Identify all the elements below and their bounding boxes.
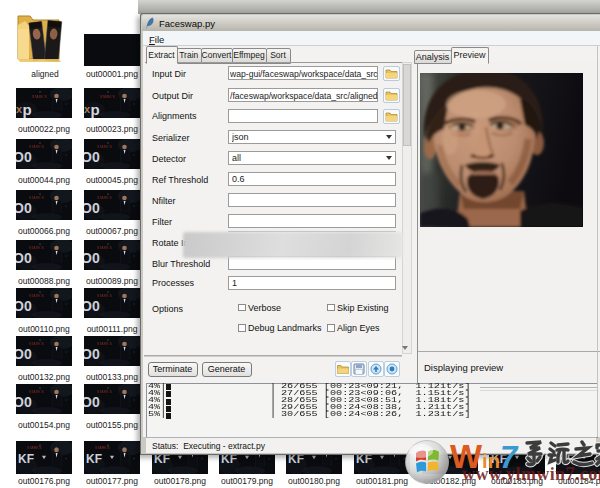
- svg-text:O0: O0: [84, 346, 100, 362]
- svg-text:STARK'S: STARK'S: [100, 95, 115, 99]
- svg-text:O0: O0: [16, 200, 32, 216]
- svg-text:O0: O0: [84, 149, 100, 165]
- svg-text:O0: O0: [16, 149, 32, 165]
- svg-text:STARK'S: STARK'S: [95, 446, 110, 450]
- svg-text:STARK'S: STARK'S: [32, 95, 47, 99]
- svg-text:O0: O0: [16, 394, 32, 410]
- svg-text:p: p: [91, 101, 100, 118]
- svg-text:O0: O0: [16, 298, 32, 314]
- svg-text:O0: O0: [84, 200, 100, 216]
- svg-text:O0: O0: [16, 346, 32, 362]
- svg-text:STARK'S: STARK'S: [27, 446, 42, 450]
- svg-text:p: p: [23, 101, 32, 118]
- svg-text:O0: O0: [84, 394, 100, 410]
- svg-text:KF: KF: [18, 451, 34, 466]
- svg-text:O0: O0: [84, 298, 100, 314]
- svg-text:O0: O0: [84, 250, 100, 266]
- svg-text:KF: KF: [86, 451, 102, 466]
- svg-text:O0: O0: [16, 250, 32, 266]
